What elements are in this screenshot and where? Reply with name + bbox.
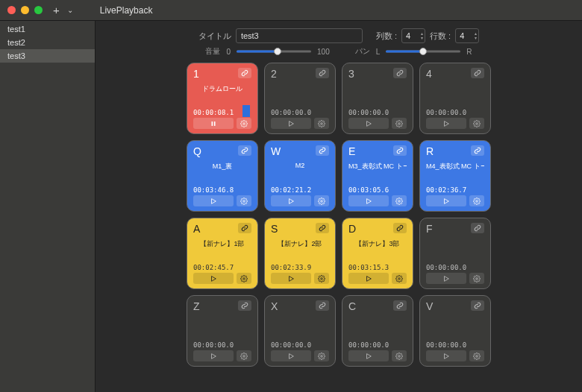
link-icon[interactable] bbox=[393, 145, 407, 156]
play-button[interactable] bbox=[426, 118, 466, 129]
volume-label: 音量 bbox=[205, 46, 220, 57]
content: タイトル 列数 : 4 ▴▾ 行数 : 4 ▴▾ 音量 0 100 パン L bbox=[96, 21, 582, 392]
pad-time: 00:03:15.3 bbox=[348, 264, 407, 271]
pad-key: 1 bbox=[193, 68, 199, 80]
link-icon[interactable] bbox=[238, 223, 251, 233]
title-input[interactable] bbox=[236, 28, 363, 43]
pad-clip-name: M4_表彰式 MC トーク bbox=[426, 162, 484, 171]
gear-icon[interactable] bbox=[314, 195, 329, 206]
pad[interactable]: A【新ナレ】1部00:02:45.7 bbox=[187, 218, 258, 289]
gear-icon[interactable] bbox=[237, 350, 251, 361]
play-button[interactable] bbox=[271, 195, 311, 206]
play-button[interactable] bbox=[348, 195, 389, 206]
link-icon[interactable] bbox=[238, 145, 251, 156]
add-menu-chevron-icon[interactable]: ⌄ bbox=[67, 6, 73, 14]
pause-button[interactable] bbox=[193, 118, 234, 129]
main-area: test1test2test3 タイトル 列数 : 4 ▴▾ 行数 : 4 ▴▾… bbox=[0, 21, 582, 392]
play-button[interactable] bbox=[193, 195, 234, 206]
link-icon[interactable] bbox=[471, 145, 484, 156]
play-button[interactable] bbox=[426, 273, 466, 284]
link-icon[interactable] bbox=[471, 223, 484, 233]
zoom-window-button[interactable] bbox=[34, 6, 43, 14]
play-button[interactable] bbox=[348, 350, 389, 361]
volume-min: 0 bbox=[226, 48, 231, 56]
gear-icon[interactable] bbox=[469, 350, 484, 361]
pad[interactable]: EM3_表彰式 MC トーク00:03:05.6 bbox=[342, 140, 413, 212]
pad-clip-name: 【新ナレ】1部 bbox=[193, 239, 251, 249]
link-icon[interactable] bbox=[471, 300, 484, 311]
pan-slider[interactable] bbox=[386, 47, 460, 56]
gear-icon[interactable] bbox=[392, 195, 407, 206]
gear-icon[interactable] bbox=[237, 273, 251, 284]
link-icon[interactable] bbox=[393, 68, 407, 78]
pad[interactable]: 1ドラムロール00:00:08.1 bbox=[187, 63, 258, 134]
close-window-button[interactable] bbox=[7, 6, 16, 14]
minimize-window-button[interactable] bbox=[21, 6, 29, 14]
pad-key: V bbox=[426, 300, 433, 312]
rows-stepper[interactable]: 4 ▴▾ bbox=[455, 28, 479, 43]
play-button[interactable] bbox=[426, 350, 466, 361]
svg-marker-13 bbox=[367, 198, 372, 203]
gear-icon[interactable] bbox=[314, 118, 329, 129]
link-icon[interactable] bbox=[471, 68, 484, 78]
sidebar-item[interactable]: test2 bbox=[0, 36, 95, 49]
gear-icon[interactable] bbox=[469, 273, 484, 284]
gear-icon[interactable] bbox=[469, 195, 484, 206]
play-button[interactable] bbox=[193, 350, 234, 361]
pad-key: Q bbox=[193, 145, 201, 157]
svg-marker-7 bbox=[445, 121, 449, 126]
pad[interactable]: 400:00:00.0 bbox=[419, 63, 491, 134]
play-button[interactable] bbox=[348, 118, 389, 129]
pan-label: パン bbox=[355, 46, 370, 57]
gear-icon[interactable] bbox=[237, 195, 251, 206]
volume-slider[interactable] bbox=[237, 47, 311, 56]
pad[interactable]: D【新ナレ】3部00:03:15.3 bbox=[342, 218, 413, 289]
play-button[interactable] bbox=[348, 273, 389, 284]
pad[interactable]: QM1_裏00:03:46.8 bbox=[187, 140, 258, 212]
play-button[interactable] bbox=[271, 273, 311, 284]
link-icon[interactable] bbox=[316, 68, 329, 78]
svg-marker-23 bbox=[445, 276, 449, 281]
gear-icon[interactable] bbox=[314, 350, 329, 361]
play-button[interactable] bbox=[271, 350, 311, 361]
stepper-arrows-icon[interactable]: ▴▾ bbox=[421, 31, 423, 40]
play-button[interactable] bbox=[271, 118, 311, 129]
gear-icon[interactable] bbox=[469, 118, 484, 129]
svg-point-22 bbox=[398, 277, 401, 279]
play-button[interactable] bbox=[426, 195, 466, 206]
pad[interactable]: X00:00:00.0 bbox=[264, 295, 336, 367]
link-icon[interactable] bbox=[238, 300, 251, 311]
pad[interactable]: V00:00:00.0 bbox=[419, 295, 491, 367]
pad[interactable]: 300:00:00.0 bbox=[342, 63, 413, 134]
link-icon[interactable] bbox=[238, 68, 251, 78]
link-icon[interactable] bbox=[393, 223, 407, 233]
add-button[interactable]: + bbox=[53, 4, 60, 16]
pad[interactable]: S【新ナレ】2部00:02:33.9 bbox=[264, 218, 336, 289]
gear-icon[interactable] bbox=[392, 350, 407, 361]
gear-icon[interactable] bbox=[314, 273, 329, 284]
pad[interactable]: 200:00:00.0 bbox=[264, 63, 336, 134]
pad[interactable]: F00:00:00.0 bbox=[419, 218, 491, 289]
pad[interactable]: WM200:02:21.2 bbox=[264, 140, 336, 212]
svg-marker-19 bbox=[290, 276, 294, 281]
pad[interactable]: RM4_表彰式 MC トーク00:02:36.7 bbox=[419, 140, 491, 212]
link-icon[interactable] bbox=[316, 300, 329, 311]
gear-icon[interactable] bbox=[392, 118, 407, 129]
stepper-arrows-icon[interactable]: ▴▾ bbox=[475, 31, 477, 40]
sidebar-item[interactable]: test1 bbox=[0, 22, 95, 36]
play-button[interactable] bbox=[193, 273, 234, 284]
svg-marker-31 bbox=[445, 353, 449, 358]
pad[interactable]: C00:00:00.0 bbox=[342, 295, 413, 367]
gear-icon[interactable] bbox=[237, 118, 251, 129]
link-icon[interactable] bbox=[316, 145, 329, 156]
link-icon[interactable] bbox=[393, 300, 407, 311]
link-icon[interactable] bbox=[316, 223, 329, 233]
pad-clip-name bbox=[348, 317, 407, 326]
pad[interactable]: Z00:00:00.0 bbox=[187, 295, 258, 367]
pad-time: 00:00:00.0 bbox=[193, 341, 251, 349]
cols-stepper[interactable]: 4 ▴▾ bbox=[401, 28, 425, 43]
sidebar: test1test2test3 bbox=[0, 21, 96, 392]
gear-icon[interactable] bbox=[392, 273, 407, 284]
sidebar-item[interactable]: test3 bbox=[0, 49, 95, 63]
pad-clip-name bbox=[271, 84, 329, 93]
